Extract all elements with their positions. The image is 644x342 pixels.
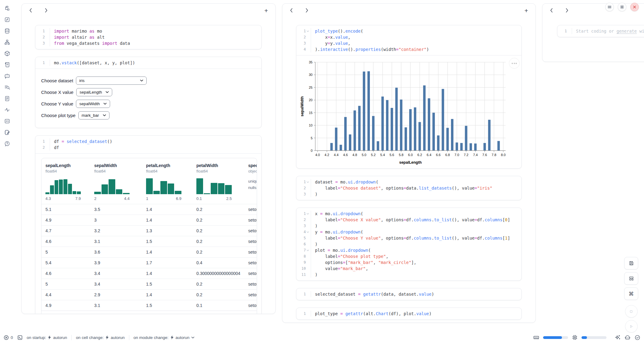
column-header-petalWidth[interactable]: petalWidthfloat640.12.5 [192,163,244,201]
code-editor[interactable]: 1mo.vstack([dataset, x, y, plot]) [35,57,261,69]
ai-sparkle-button[interactable] [610,335,621,340]
code-line: 3) [296,223,521,229]
table-row: 4.931.40.2setosa [41,215,257,225]
code-editor[interactable]: 1dataset = mo.ui.dropdown(2 label="Choos… [296,176,521,200]
snippets-icon[interactable] [4,118,10,124]
column-histogram [45,178,81,194]
on-cell-change-config[interactable]: on cell change: autorun [76,335,125,340]
svg-text:5: 5 [311,136,313,140]
dropdown-label: Choose plot type [41,113,76,118]
tracebacks-icon[interactable] [4,106,10,113]
datasources-icon[interactable] [4,27,10,34]
svg-text:4.8: 4.8 [352,153,357,157]
code-line: 11) [296,272,521,278]
generate-link[interactable]: generate [617,29,637,34]
layout-button[interactable] [624,272,638,285]
code-editor[interactable]: 1selected_dataset = getattr(data, datase… [296,288,521,300]
keyboard-shortcuts-button[interactable]: ⌘ [624,287,638,300]
column-scroll-right-button[interactable] [45,8,48,13]
code-editor[interactable]: 1plot_type = getattr(alt.Chart(df), plot… [296,308,521,319]
stop-button[interactable] [625,305,638,318]
table-row: 4.93.11.50.1setosa [41,300,257,311]
prev-page-button[interactable] [159,314,167,314]
svg-text:5.6: 5.6 [389,153,394,157]
code-cell-dataset-dropdown: 1dataset = mo.ui.dropdown(2 label="Choos… [296,176,522,200]
first-page-button[interactable] [148,314,156,314]
save-button[interactable] [624,257,638,269]
code-line: 3) [296,191,521,197]
chart-output: 4.04.24.44.64.85.05.25.45.65.86.06.26.46… [296,55,521,168]
add-column-button[interactable]: + [264,7,268,14]
copilot-button[interactable] [624,335,631,340]
column-scroll-right-button[interactable] [305,8,309,13]
ai-chat-icon[interactable] [4,73,10,79]
functions-icon[interactable] [4,16,10,23]
dependencies-icon[interactable] [4,39,10,45]
code-line: 7plot = mo.ui.dropdown( [296,247,521,253]
fold-chevron-icon[interactable] [306,30,309,32]
dropdown-select[interactable]: sepalLength [76,88,113,96]
column-header-species[interactable]: speciesobjectunique:nulls: [244,163,257,201]
on-module-change-config[interactable]: on module change: autorun [134,335,195,340]
dropdown-select[interactable]: mark_bar [78,111,109,119]
code-editor[interactable]: 1x = mo.ui.dropdown(2 label="Choose X va… [296,208,521,280]
column-header-sepalWidth[interactable]: sepalWidthfloat6424.4 [90,163,142,201]
dropdown-select[interactable]: sepalWidth [76,100,110,108]
menu-button[interactable] [605,3,614,11]
svg-text:6.0: 6.0 [408,153,413,157]
column-scroll-left-button[interactable] [29,8,32,13]
code-editor[interactable]: 1plot_type().encode(2 x=x.value,3 y=y.va… [296,25,521,55]
fold-chevron-icon[interactable] [306,231,309,233]
logs-icon[interactable] [4,61,10,68]
add-column-button[interactable]: + [524,7,528,14]
column-header-sepalLength[interactable]: sepalLengthfloat644.37.9 [41,163,90,201]
chart-svg: 4.04.24.44.64.85.05.25.45.65.86.06.26.46… [299,59,516,166]
chart-menu-button[interactable] [509,58,520,69]
column-header-petalLength[interactable]: petalLengthfloat6416.9 [142,163,192,201]
close-button[interactable] [630,3,639,11]
code-line: 1x = mo.ui.dropdown( [296,211,521,217]
window-actions [605,3,639,11]
errors-button[interactable]: 0 [4,335,13,340]
svg-text:20: 20 [309,98,313,102]
column-header: + [282,4,535,17]
code-editor[interactable]: 1df = selected_dataset()2df [35,136,261,153]
connection-status-button[interactable] [635,335,640,340]
column-scroll-right-button[interactable] [565,8,569,13]
run-all-button[interactable] [625,320,638,333]
dropdown-select[interactable]: iris [76,77,147,85]
code-cell-dataframe: 1df = selected_dataset()2df sepalLengthf… [35,135,262,314]
file-explorer-icon[interactable] [4,5,10,12]
find-icon[interactable] [4,84,10,91]
fold-chevron-icon[interactable] [306,249,309,251]
code-line: 4).interactive().properties(width="conta… [296,46,521,52]
dataframe-output: sepalLengthfloat644.37.9sepalWidthfloat6… [35,153,261,314]
column-scroll-left-button[interactable] [290,8,293,13]
notebook-column-middle: + 1plot_type().encode(2 x=x.value,3 y=y.… [282,3,536,323]
next-page-button[interactable] [206,314,215,314]
fold-chevron-icon[interactable] [306,181,309,183]
table-row: 5.13.51.40.2setosa [41,204,257,215]
help-icon[interactable] [4,140,10,147]
code-editor[interactable]: 1import marimo as mo2import altair as al… [35,25,261,49]
fold-chevron-icon[interactable] [306,212,309,215]
scratchpad-icon[interactable] [4,129,10,136]
svg-text:30: 30 [309,73,313,77]
svg-text:6.6: 6.6 [436,153,441,157]
last-page-button[interactable] [217,314,226,314]
documentation-icon[interactable] [4,95,10,102]
code-line: 10 value="mark_bar", [296,265,521,272]
code-line: 3 y=y.value, [296,40,521,46]
code-cell-plot: 1plot_type().encode(2 x=x.value,3 y=y.va… [296,25,522,169]
packages-icon[interactable] [4,50,10,57]
code-line: 4y = mo.ui.dropdown( [296,229,521,235]
settings-gear-button[interactable] [618,3,626,11]
svg-text:25: 25 [309,86,313,89]
svg-text:sepalWidth: sepalWidth [300,96,304,117]
on-startup-config[interactable]: on startup: autorun [27,335,67,340]
code-editor[interactable]: 1 Start coding or generate with [557,25,644,37]
column-scroll-left-button[interactable] [550,8,553,13]
altair-bar-chart[interactable]: 4.04.24.44.64.85.05.25.45.65.86.06.26.46… [299,59,521,166]
terminal-button[interactable] [17,335,23,340]
code-line: 3from vega_datasets import data [35,40,261,46]
